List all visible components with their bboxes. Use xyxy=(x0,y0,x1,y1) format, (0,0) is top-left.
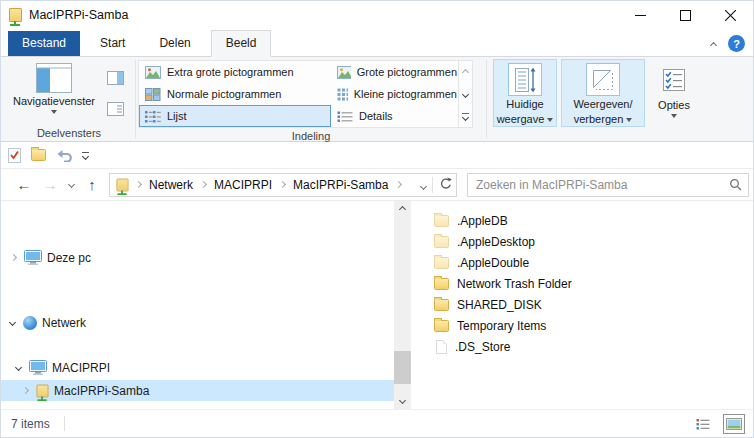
help-button[interactable]: ? xyxy=(728,35,745,52)
options-icon xyxy=(661,68,687,92)
navigation-pane: Deze pc Netwerk MACIPRPI xyxy=(1,201,394,409)
title-bar: MacIPRPi-Samba xyxy=(1,1,753,29)
search-box[interactable] xyxy=(467,173,749,197)
maximize-button[interactable] xyxy=(663,1,708,29)
refresh-icon xyxy=(439,177,452,190)
main-content: Deze pc Netwerk MACIPRPI xyxy=(1,201,753,409)
address-bar[interactable]: Netwerk MACIPRPI MacIPRPi-Samba xyxy=(109,173,457,197)
chevron-right-icon xyxy=(9,254,16,261)
view-medium-icons[interactable]: Normale pictogrammen xyxy=(139,83,331,105)
tab-beeld[interactable]: Beeld xyxy=(211,30,272,57)
up-button[interactable]: ↑ xyxy=(79,176,105,193)
scrollbar-thumb[interactable] xyxy=(394,351,411,384)
chevron-down-icon xyxy=(420,182,427,189)
minimize-button[interactable] xyxy=(618,1,663,29)
thumbnail-view-toggle[interactable] xyxy=(723,414,745,434)
breadcrumb: Netwerk MACIPRPI MacIPRPi-Samba xyxy=(136,176,421,194)
computer-icon xyxy=(29,360,47,375)
tree-item-netwerk[interactable]: Netwerk xyxy=(1,312,394,333)
details-pane-button[interactable] xyxy=(105,100,125,118)
extra-large-icons-icon xyxy=(145,66,161,79)
folder-icon xyxy=(434,299,449,311)
expander xyxy=(19,388,31,393)
gallery-more-button[interactable] xyxy=(459,105,472,127)
details-pane-icon xyxy=(107,102,124,116)
file-row[interactable]: Temporary Items xyxy=(434,315,753,336)
file-row[interactable]: .DS_Store xyxy=(434,336,753,357)
chevron-up-icon xyxy=(399,206,406,213)
chevron-right-icon xyxy=(21,387,28,394)
scroll-up-button[interactable] xyxy=(394,201,411,218)
group-label-indeling: Indeling xyxy=(138,128,484,142)
file-row[interactable]: .AppleDouble xyxy=(434,252,753,273)
view-list[interactable]: Lijst xyxy=(139,105,331,127)
collapse-ribbon-button[interactable] xyxy=(711,37,716,51)
options-button[interactable]: Opties xyxy=(649,59,699,127)
chevron-down-icon xyxy=(82,152,89,159)
scrollbar-track[interactable] xyxy=(394,218,411,392)
tree-item-samba-selected[interactable]: MacIPRPi-Samba xyxy=(1,380,394,401)
group-divider xyxy=(486,60,487,138)
view-large-icons[interactable]: Grote pictogrammen xyxy=(331,61,458,83)
hidden-folder-icon xyxy=(434,257,449,269)
computer-icon xyxy=(24,250,42,265)
ribbon-tabs: Bestand Start Delen Beeld ? xyxy=(1,29,753,57)
file-row[interactable]: .AppleDesktop xyxy=(434,231,753,252)
tab-delen[interactable]: Delen xyxy=(145,31,204,56)
tree-item-maciprpi[interactable]: MACIPRPI xyxy=(1,357,394,378)
preview-pane-icon xyxy=(107,71,124,85)
refresh-button[interactable] xyxy=(439,177,452,193)
undo-icon xyxy=(56,149,72,162)
gallery-scroll-down[interactable] xyxy=(459,83,472,105)
customize-toolbar-button[interactable] xyxy=(82,152,89,159)
address-dropdown-button[interactable] xyxy=(421,178,426,192)
close-button[interactable] xyxy=(708,1,753,29)
preview-pane-button[interactable] xyxy=(105,69,125,87)
view-small-icons[interactable]: Kleine pictogrammen xyxy=(331,83,458,105)
tree-scrollbar[interactable] xyxy=(394,201,411,409)
minimize-icon xyxy=(635,10,646,21)
expander xyxy=(7,255,19,260)
show-hide-button[interactable]: Weergeven/ verbergen xyxy=(561,59,645,127)
chevron-up-icon xyxy=(710,41,717,48)
back-button[interactable]: ← xyxy=(11,176,37,193)
chevron-down-icon xyxy=(399,397,406,404)
tab-bestand[interactable]: Bestand xyxy=(8,31,80,56)
dropdown-arrow-icon xyxy=(626,118,632,122)
current-view-button[interactable]: Huidige weergave xyxy=(493,59,557,127)
chevron-down-icon xyxy=(8,319,15,326)
navigation-pane-button[interactable]: Navigatievenster xyxy=(5,59,103,125)
details-view-toggle[interactable] xyxy=(692,414,714,434)
view-extra-large-icons[interactable]: Extra grote pictogrammen xyxy=(139,61,331,83)
forward-button[interactable]: → xyxy=(37,176,63,193)
file-row[interactable]: Network Trash Folder xyxy=(434,273,753,294)
group-divider xyxy=(135,60,136,138)
tab-start[interactable]: Start xyxy=(86,31,139,56)
chevron-right-icon xyxy=(279,181,286,188)
view-gallery: Extra grote pictogrammen Normale pictogr… xyxy=(138,60,473,128)
chevron-right-icon xyxy=(395,181,402,188)
view-details[interactable]: Details xyxy=(331,105,458,127)
properties-button[interactable] xyxy=(8,148,21,163)
location-share-icon xyxy=(117,178,129,191)
recent-locations-button[interactable] xyxy=(63,182,79,187)
search-input[interactable] xyxy=(476,178,729,192)
new-folder-button[interactable] xyxy=(31,149,46,161)
tree-item-deze-pc[interactable]: Deze pc xyxy=(1,247,394,268)
breadcrumb-samba[interactable]: MacIPRPi-Samba xyxy=(292,176,389,194)
breadcrumb-maciprpi[interactable]: MACIPRPI xyxy=(213,176,273,194)
file-row[interactable]: SHARED_DISK xyxy=(434,294,753,315)
undo-button[interactable] xyxy=(56,149,72,162)
properties-check-icon xyxy=(8,148,21,163)
navigation-pane-icon xyxy=(36,63,72,93)
file-row[interactable]: .AppleDB xyxy=(434,210,753,231)
hidden-folder-icon xyxy=(434,215,449,227)
chevron-down-icon xyxy=(14,364,21,371)
scroll-down-button[interactable] xyxy=(394,392,411,409)
breadcrumb-netwerk[interactable]: Netwerk xyxy=(148,176,194,194)
close-icon xyxy=(725,10,736,21)
gallery-scroll-up[interactable] xyxy=(459,61,472,83)
chevron-right-icon xyxy=(135,181,142,188)
list-view-icon xyxy=(145,110,161,123)
small-icons-icon xyxy=(337,88,348,101)
